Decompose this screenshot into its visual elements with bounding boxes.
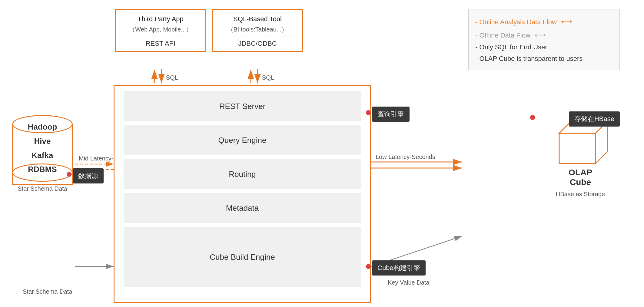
third-party-subtitle: （Web App, Mobile...）: [122, 25, 199, 34]
legend-olap-row: - OLAP Cube is transparent to users: [475, 53, 613, 64]
sql-label-left: SQL: [166, 74, 178, 81]
storage-tooltip: 存储在HBase: [569, 111, 620, 127]
legend-offline-text: - Offline Data Flow: [475, 31, 530, 39]
metadata-box: Metadata: [124, 193, 361, 223]
star-schema-label: Star Schema Data: [23, 288, 72, 295]
legend-online-row: - Online Analysis Data Flow ⟷: [475, 15, 613, 28]
query-tooltip-dot: [366, 110, 371, 115]
storage-dot: [530, 115, 535, 120]
query-engine-box: Query Engine: [124, 125, 361, 155]
low-latency-label: Low Latency-Seconds: [376, 154, 435, 160]
legend-online-arrow: ⟷: [561, 15, 572, 28]
cube-build-engine-box: Cube Build Engine: [124, 227, 361, 287]
hbase-storage-label: HBase as Storage: [541, 191, 620, 198]
svg-marker-21: [559, 133, 596, 163]
datasource-tooltip: 数据源: [73, 168, 104, 183]
third-party-app-box: Third Party App （Web App, Mobile...） RES…: [115, 9, 206, 52]
sql-tool-api: JDBC/ODBC: [219, 40, 296, 48]
third-party-title: Third Party App: [122, 15, 199, 23]
cylinder-label: Star Schema Data: [12, 185, 73, 192]
cube-build-tooltip: Cube构建引擎: [372, 260, 426, 276]
legend-sql-row: - Only SQL for End User: [475, 41, 613, 53]
sql-tool-box: SQL-Based Tool （BI tools:Tableau...） JDB…: [212, 9, 303, 52]
cube-build-engine-label: Cube Build Engine: [210, 253, 275, 262]
datasource-dot: [67, 172, 71, 177]
routing-label: Routing: [229, 170, 256, 179]
metadata-label: Metadata: [226, 203, 259, 213]
diagram-container: SQL SQL Mid Latency-Minutes Low Latency-…: [0, 0, 644, 307]
key-value-label: Key Value Data: [388, 279, 430, 286]
cube-build-dot: [366, 264, 371, 269]
kylin-main-box: REST Server Query Engine Routing Metadat…: [114, 85, 371, 303]
sql-tool-subtitle: （BI tools:Tableau...）: [219, 25, 296, 34]
legend-offline-arrow: ⟷: [535, 28, 546, 41]
third-party-api: REST API: [122, 40, 199, 48]
rest-server-label: REST Server: [219, 102, 266, 111]
rest-server-box: REST Server: [124, 91, 361, 121]
query-engine-label: Query Engine: [218, 136, 267, 145]
sql-tool-title: SQL-Based Tool: [219, 15, 296, 23]
cylinder-text: HadoopHiveKafkaRDBMS: [28, 120, 57, 177]
legend-box: - Online Analysis Data Flow ⟷ - Offline …: [468, 9, 620, 70]
query-tooltip: 查询引擎: [372, 107, 410, 122]
routing-box: Routing: [124, 159, 361, 189]
legend-online-text: - Online Analysis Data Flow: [475, 18, 557, 26]
sql-label-right: SQL: [262, 74, 274, 81]
hadoop-cylinder: HadoopHiveKafkaRDBMS Star Schema Data: [12, 115, 73, 192]
legend-offline-row: - Offline Data Flow ⟷: [475, 28, 613, 41]
